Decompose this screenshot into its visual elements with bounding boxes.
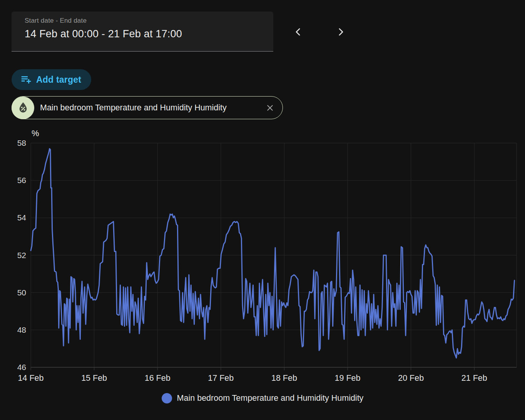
next-period-button[interactable] xyxy=(331,23,350,42)
x-axis-tick-label: 20 Feb xyxy=(398,373,424,383)
x-axis-tick-label: 14 Feb xyxy=(18,373,44,383)
y-axis-tick-label: 50 xyxy=(17,288,26,297)
x-axis-tick-label: 17 Feb xyxy=(208,373,234,383)
date-range-field[interactable]: Start date - End date 14 Feb at 00:00 - … xyxy=(12,12,273,52)
y-axis-tick-label: 46 xyxy=(17,363,26,372)
x-axis-tick-label: 21 Feb xyxy=(461,373,487,383)
x-axis-tick-label: 19 Feb xyxy=(335,373,361,383)
close-icon xyxy=(266,103,274,112)
add-target-label: Add target xyxy=(36,75,81,85)
chevron-left-icon xyxy=(293,26,304,39)
x-axis-tick-label: 18 Feb xyxy=(271,373,297,383)
y-axis-tick-label: 54 xyxy=(17,213,27,222)
add-target-button[interactable]: Add target xyxy=(12,69,91,90)
humidity-history-chart[interactable]: 4648505254565814 Feb15 Feb16 Feb17 Feb18… xyxy=(0,127,525,389)
remove-target-button[interactable] xyxy=(263,101,276,114)
playlist-plus-icon xyxy=(20,74,32,85)
y-axis-tick-label: 52 xyxy=(17,251,26,260)
chevron-right-icon xyxy=(335,26,346,39)
legend-series-label: Main bedroom Temperature and Humidity Hu… xyxy=(177,393,364,403)
water-percent-icon xyxy=(12,97,34,119)
legend-item[interactable]: Main bedroom Temperature and Humidity Hu… xyxy=(0,393,525,403)
previous-period-button[interactable] xyxy=(289,23,308,42)
date-range-value: 14 Feb at 00:00 - 21 Feb at 17:00 xyxy=(25,28,273,40)
y-axis-tick-label: 58 xyxy=(17,138,26,147)
x-axis-tick-label: 16 Feb xyxy=(145,373,171,383)
target-chip-label: Main bedroom Temperature and Humidity Hu… xyxy=(40,103,227,113)
y-axis-tick-label: 56 xyxy=(17,176,26,185)
x-axis-tick-label: 15 Feb xyxy=(81,373,107,383)
target-chip[interactable]: Main bedroom Temperature and Humidity Hu… xyxy=(12,96,283,119)
date-range-label: Start date - End date xyxy=(25,17,273,25)
legend-series-dot xyxy=(162,393,172,403)
y-axis-tick-label: 48 xyxy=(17,325,26,334)
humidity-series-line xyxy=(31,149,515,358)
y-axis-unit-label: % xyxy=(32,128,39,138)
